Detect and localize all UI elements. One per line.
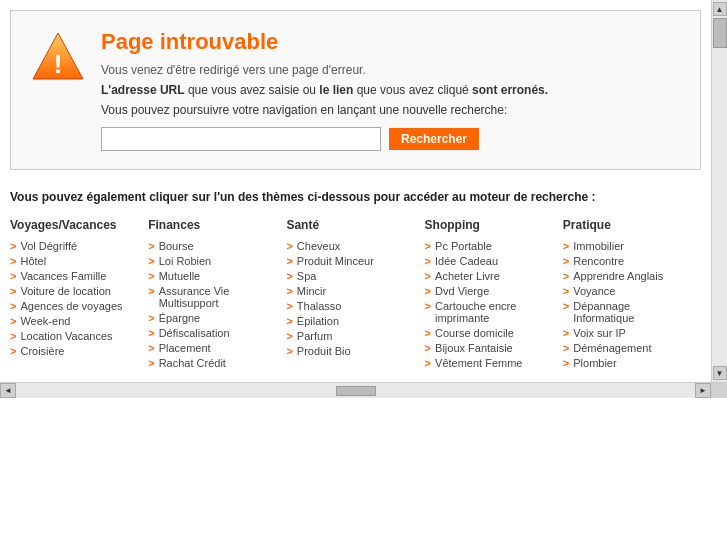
arrow-icon: > <box>10 240 16 252</box>
arrow-icon: > <box>10 270 16 282</box>
theme-column: Finances> Bourse> Loi Robien> Mutuelle> … <box>148 218 286 372</box>
theme-link[interactable]: > Plombier <box>563 357 691 369</box>
theme-link[interactable]: > Agences de voyages <box>10 300 138 312</box>
theme-link[interactable]: > Loi Robien <box>148 255 276 267</box>
search-button[interactable]: Rechercher <box>389 128 479 150</box>
search-row: Rechercher <box>101 127 548 151</box>
list-item: > Course domicile <box>425 327 553 339</box>
list-item: > Hôtel <box>10 255 138 267</box>
theme-link[interactable]: > Apprendre Anglais <box>563 270 691 282</box>
theme-link[interactable]: > Assurance Vie Multisupport <box>148 285 276 309</box>
h-scroll-track <box>16 383 695 398</box>
theme-link[interactable]: > Vacances Famille <box>10 270 138 282</box>
theme-link[interactable]: > Mutuelle <box>148 270 276 282</box>
arrow-icon: > <box>425 240 431 252</box>
search-input[interactable] <box>101 127 381 151</box>
theme-link[interactable]: > Bijoux Fantaisie <box>425 342 553 354</box>
theme-link[interactable]: > Épargne <box>148 312 276 324</box>
theme-link[interactable]: > Location Vacances <box>10 330 138 342</box>
list-item: > Déménagement <box>563 342 691 354</box>
theme-link[interactable]: > Pc Portable <box>425 240 553 252</box>
h-scroll-thumb[interactable] <box>336 386 376 396</box>
arrow-icon: > <box>148 255 154 267</box>
theme-link[interactable]: > Placement <box>148 342 276 354</box>
url-message: L'adresse URL que vous avez saisie ou le… <box>101 83 548 97</box>
theme-link[interactable]: > Produit Bio <box>286 345 414 357</box>
theme-link[interactable]: > Rencontre <box>563 255 691 267</box>
theme-link[interactable]: > Dvd Vierge <box>425 285 553 297</box>
warning-icon: ! <box>31 29 85 83</box>
list-item: > Dépannage Informatique <box>563 300 691 324</box>
arrow-icon: > <box>563 342 569 354</box>
theme-link[interactable]: > Voix sur IP <box>563 327 691 339</box>
error-content: Page introuvable Vous venez d'être redir… <box>101 29 548 151</box>
theme-link[interactable]: > Parfum <box>286 330 414 342</box>
theme-link[interactable]: > Déménagement <box>563 342 691 354</box>
arrow-icon: > <box>425 327 431 339</box>
list-item: > Loi Robien <box>148 255 276 267</box>
theme-link[interactable]: > Spa <box>286 270 414 282</box>
theme-link[interactable]: > Voiture de location <box>10 285 138 297</box>
list-item: > Rencontre <box>563 255 691 267</box>
error-box: ! Page introuvable Vous venez d'être red… <box>10 10 701 170</box>
theme-link[interactable]: > Hôtel <box>10 255 138 267</box>
theme-link[interactable]: > Mincir <box>286 285 414 297</box>
scroll-left-button[interactable]: ◄ <box>0 383 16 398</box>
arrow-icon: > <box>10 315 16 327</box>
arrow-icon: > <box>425 357 431 369</box>
list-item: > Parfum <box>286 330 414 342</box>
themes-grid: Voyages/Vacances> Vol Dégriffé> Hôtel> V… <box>10 218 701 372</box>
list-item: > Immobilier <box>563 240 691 252</box>
theme-link[interactable]: > Bourse <box>148 240 276 252</box>
theme-heading: Shopping <box>425 218 553 232</box>
arrow-icon: > <box>286 255 292 267</box>
arrow-icon: > <box>425 342 431 354</box>
arrow-icon: > <box>425 300 431 312</box>
arrow-icon: > <box>286 330 292 342</box>
theme-link[interactable]: > Cartouche encre imprimante <box>425 300 553 324</box>
scroll-down-button[interactable]: ▼ <box>713 366 727 380</box>
theme-link[interactable]: > Thalasso <box>286 300 414 312</box>
theme-link[interactable]: > Acheter Livre <box>425 270 553 282</box>
theme-link[interactable]: > Idée Cadeau <box>425 255 553 267</box>
scroll-up-button[interactable]: ▲ <box>713 2 727 16</box>
svg-text:!: ! <box>54 49 63 79</box>
theme-link[interactable]: > Course domicile <box>425 327 553 339</box>
list-item: > Produit Minceur <box>286 255 414 267</box>
arrow-icon: > <box>286 240 292 252</box>
arrow-icon: > <box>563 270 569 282</box>
theme-column: Shopping> Pc Portable> Idée Cadeau> Ache… <box>425 218 563 372</box>
list-item: > Cheveux <box>286 240 414 252</box>
list-item: > Croisière <box>10 345 138 357</box>
arrow-icon: > <box>425 285 431 297</box>
horizontal-scrollbar: ◄ ► <box>0 382 727 398</box>
theme-link[interactable]: > Week-end <box>10 315 138 327</box>
list-item: > Location Vacances <box>10 330 138 342</box>
list-item: > Idée Cadeau <box>425 255 553 267</box>
arrow-icon: > <box>148 312 154 324</box>
theme-link[interactable]: > Défiscalisation <box>148 327 276 339</box>
theme-link[interactable]: > Rachat Crédit <box>148 357 276 369</box>
theme-link[interactable]: > Produit Minceur <box>286 255 414 267</box>
theme-link[interactable]: > Vêtement Femme <box>425 357 553 369</box>
scroll-thumb[interactable] <box>713 18 727 48</box>
scroll-right-button[interactable]: ► <box>695 383 711 398</box>
theme-link[interactable]: > Épilation <box>286 315 414 327</box>
list-item: > Placement <box>148 342 276 354</box>
list-item: > Voyance <box>563 285 691 297</box>
arrow-icon: > <box>286 345 292 357</box>
list-item: > Vacances Famille <box>10 270 138 282</box>
list-item: > Thalasso <box>286 300 414 312</box>
theme-link[interactable]: > Voyance <box>563 285 691 297</box>
arrow-icon: > <box>563 255 569 267</box>
theme-link[interactable]: > Croisière <box>10 345 138 357</box>
theme-link[interactable]: > Dépannage Informatique <box>563 300 691 324</box>
error-conclusion: sont erronés. <box>472 83 548 97</box>
list-item: > Pc Portable <box>425 240 553 252</box>
theme-link[interactable]: > Vol Dégriffé <box>10 240 138 252</box>
list-item: > Agences de voyages <box>10 300 138 312</box>
list-item: > Vol Dégriffé <box>10 240 138 252</box>
theme-link[interactable]: > Cheveux <box>286 240 414 252</box>
redirect-note: Vous venez d'être redirigé vers une page… <box>101 63 548 77</box>
theme-link[interactable]: > Immobilier <box>563 240 691 252</box>
